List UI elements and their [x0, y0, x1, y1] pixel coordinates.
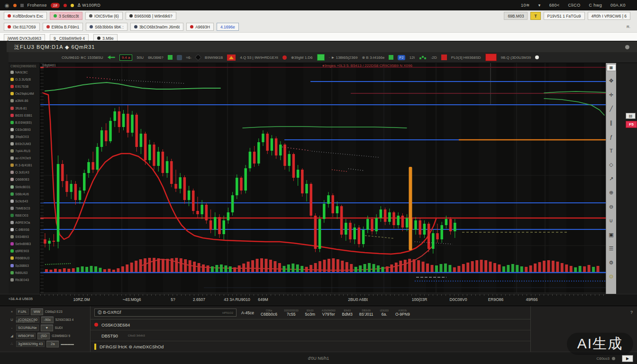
indicator-item[interactable]: B9W96t1B	[205, 55, 223, 60]
sidebar-item[interactable]: R66B9U3	[9, 255, 40, 262]
green-arrow-icon[interactable]	[108, 55, 115, 59]
diamond-icon[interactable]	[195, 54, 201, 61]
zoom-in-icon[interactable]: ⊕	[607, 189, 616, 197]
toolbar-button[interactable]: B96506B | W9n6tk6?	[126, 12, 176, 20]
crosshair-icon[interactable]: ✛	[607, 91, 616, 99]
sidebar-item[interactable]: Se9xB9B3	[9, 240, 40, 247]
indicator-item[interactable]: 9B.Q (3D0U3M39	[501, 55, 531, 60]
control-mini-button[interactable]: 2a	[46, 341, 59, 347]
fibonacci-icon[interactable]: ƒ	[607, 133, 616, 141]
toolbar-button[interactable]: 3 Sc6ttcc3t	[50, 12, 82, 20]
play-button[interactable]: ▶	[622, 355, 633, 362]
sidebar-item[interactable]: Rb3E043	[9, 276, 40, 283]
toolbar-button[interactable]: 4.1696e	[217, 23, 239, 31]
sidebar-item[interactable]: E917638	[9, 83, 40, 90]
control-mini-button[interactable]: WW	[31, 309, 43, 315]
channel-icon[interactable]: ∥	[607, 118, 616, 127]
table-row[interactable]: DFihGSl lHcK ⊜ AmeDXCShOd	[91, 341, 530, 352]
sidebar-item[interactable]: A6RE9Oa	[9, 219, 40, 226]
sidebar-item[interactable]: B63S E8B1	[9, 112, 40, 119]
sidebar-item[interactable]: Sp36B63	[9, 262, 40, 269]
sidebar-item[interactable]: B93r2UM3	[9, 140, 40, 147]
indicator-item[interactable]: C0U9t61D ≋C 15358SU	[62, 55, 103, 60]
trendline-icon[interactable]: ╱	[607, 105, 616, 113]
text-icon[interactable]: T	[607, 146, 616, 155]
sidebar-item[interactable]: ac-fJXOe9	[9, 155, 40, 162]
control-button[interactable]: SO1R6UNe	[16, 325, 39, 331]
menubar-item[interactable]: ▾	[538, 3, 541, 8]
table-row[interactable]: OS5KO3E684	[91, 319, 530, 330]
hotkey-badge[interactable]: F5	[626, 121, 637, 128]
sidebar-item[interactable]: 7g44-RU3	[9, 147, 40, 155]
sidebar-item[interactable]: Sc9c643	[9, 198, 40, 205]
chart-canvas[interactable]	[40, 63, 606, 294]
sidebar-item[interactable]: g6RE903	[9, 247, 40, 255]
toolbar-button[interactable]: IOtC5V6w (6)	[85, 12, 123, 20]
blue-badge-icon[interactable]: F2	[398, 55, 405, 60]
sidebar-item[interactable]: S68c4U6	[9, 191, 40, 198]
toolbar-button[interactable]: T	[530, 12, 540, 20]
indicator-sidebar[interactable]: C9692(3969S6931 NA9(3tCG.3.3U6(BE917638O…	[9, 63, 40, 294]
toolbar-button[interactable]: 3bCO6bt3na0m J6m6t	[130, 23, 184, 31]
snake-icon[interactable]	[419, 55, 427, 60]
chart-titlebar[interactable]: 泛FLU3 BQM:D1A ◆ 6QmR31	[7, 42, 637, 52]
indicator-item[interactable]: 50U	[136, 55, 144, 60]
menubar-item[interactable]: Frohenxe	[27, 3, 47, 8]
zoom-out-icon[interactable]: ⊖	[607, 202, 616, 211]
sidebar-item[interactable]: Q66B083	[9, 176, 40, 183]
indicator-item[interactable]: · ► 13Bt65(2369	[329, 55, 358, 60]
price-chart[interactable]: S8g6A61 ♦9mges +0L3 5. B5413 / 222DS8 CR…	[40, 63, 606, 294]
magnet-icon[interactable]: ∪	[607, 217, 616, 225]
menubar-right[interactable]: 10≋▾680<CliCOC hwg00A.K0	[521, 3, 632, 8]
control-mini-button[interactable]: (SD	[37, 333, 50, 339]
sidebar-item[interactable]: NA9(3tC	[9, 69, 40, 76]
sidebar-item[interactable]: f66EO03	[9, 212, 40, 219]
indicator-item[interactable]: ⊗ B 3-t4166e	[362, 55, 384, 60]
menubar-item[interactable]: 10≋	[521, 3, 530, 8]
num-badge-icon[interactable]: 9.4 a	[119, 55, 133, 61]
sidebar-item[interactable]: B.E6W(8S)	[9, 119, 40, 126]
toolbar-button[interactable]: A9693H	[186, 23, 214, 31]
indicator-bar[interactable]: C0U9t61D ≋C 15358SU9.4 a50U6tU36t6?≈6-B9…	[9, 52, 637, 63]
sidebar-item[interactable]: R.3-6(41B1	[9, 162, 40, 169]
toolbar-button[interactable]: P19V51 1 FaTGu9	[544, 12, 585, 20]
toolbar-button[interactable]: S6b3bb6s 9bK :	[86, 23, 127, 31]
menubar-left[interactable]: ◉Frohenxe18ᐃ W100RD	[5, 2, 100, 9]
sidebar-item[interactable]: Q.3cE(43	[9, 169, 40, 176]
sidebar-item[interactable]: G.3.3U6(B	[9, 76, 40, 83]
sidebar-item[interactable]: a3M4-86	[9, 97, 40, 104]
toolbar-button[interactable]: 4R0h I VR9CW6 | 6	[588, 12, 631, 20]
search-input[interactable]: Ⓞ B-GXRGf HP91O2	[94, 309, 237, 317]
control-button[interactable]: W56OF9ll	[16, 333, 36, 339]
sidebar-item[interactable]: 39g6O03	[9, 133, 40, 140]
sidebar-item[interactable]: 7bME6O3	[9, 205, 40, 212]
menubar-item[interactable]: 00A.K0	[610, 3, 626, 8]
control-button[interactable]: 3g3663299g 43	[16, 341, 45, 347]
control-mini-button[interactable]: ♥	[41, 325, 53, 331]
sidebar-item[interactable]: C63x3B93	[9, 126, 40, 133]
toolbar-button[interactable]: 69B.M03	[504, 12, 528, 20]
indicator-item[interactable]: ≈6-	[186, 55, 192, 60]
indicator-item[interactable]: 6tU36t6?	[148, 55, 163, 60]
sidebar-item[interactable]: S934B93	[9, 233, 40, 240]
toolbar-button[interactable]: I3e:8117O59	[4, 23, 40, 31]
red-sq-icon[interactable]	[441, 55, 447, 60]
sidebar-item[interactable]: Sb9cB031	[9, 183, 40, 191]
green-sq-lg-icon[interactable]	[317, 54, 325, 61]
menubar-item[interactable]: 680<	[549, 3, 560, 8]
menubar-item[interactable]: ᐃ W100RD	[78, 3, 100, 8]
control-mini-button[interactable]: -90c	[41, 317, 54, 323]
sidebar-item[interactable]: 3fU8-81	[9, 104, 40, 111]
indicator-item[interactable]: -2D	[431, 55, 437, 60]
indicator-item[interactable]: 4.Q 53 | 9W9¤RD1EXt	[240, 55, 278, 60]
red-dot-icon[interactable]	[282, 55, 287, 60]
sidebar-item[interactable]: C.6fB9S6	[9, 226, 40, 233]
shape-icon[interactable]: ◇	[607, 161, 616, 169]
highlight-icon[interactable]: ⊙	[607, 273, 616, 281]
gray-badge-icon[interactable]	[177, 55, 182, 60]
green-sq-icon[interactable]	[168, 55, 173, 60]
cursor-icon[interactable]: ✥	[607, 77, 616, 85]
layers-icon[interactable]: ☰	[607, 245, 616, 253]
sidebar-item[interactable]: fb86U63	[9, 269, 40, 276]
indicator-item[interactable]: ⊕39gM 1.D6	[291, 55, 313, 60]
